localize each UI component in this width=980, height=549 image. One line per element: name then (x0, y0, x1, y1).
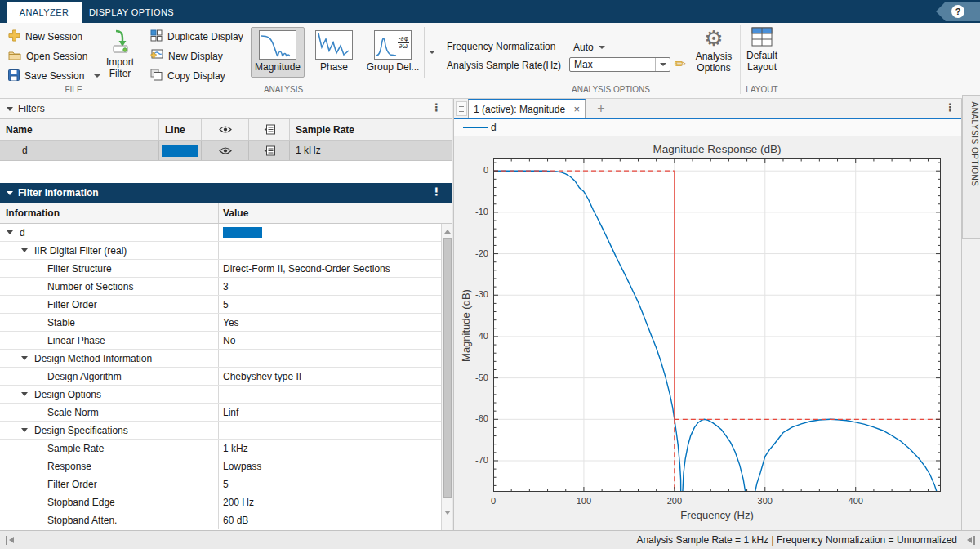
new-display-button[interactable]: New Display (150, 50, 223, 63)
open-session-button[interactable]: Open Session (8, 50, 87, 63)
table-row[interactable]: Filter Order5 (0, 475, 441, 493)
info-value: Linf (223, 407, 238, 418)
import-filter-label-1: Import (101, 56, 139, 68)
tab-grip-icon[interactable] (456, 101, 467, 116)
filter-row-d[interactable]: d 1 kHz (0, 141, 452, 161)
info-label: Response (47, 461, 91, 472)
display-menu-icon[interactable]: ⋮ (945, 104, 956, 112)
new-session-button[interactable]: New Session (8, 30, 82, 43)
copy-display-button[interactable]: Copy Display (150, 69, 225, 83)
y-tick-label: -20 (459, 248, 488, 258)
table-row[interactable]: d (0, 224, 441, 242)
filter-annotation-toggle[interactable] (249, 141, 290, 160)
table-row[interactable]: IIR Digital Filter (real) (0, 242, 441, 260)
close-icon[interactable]: × (573, 103, 580, 115)
tree-expand-icon[interactable] (21, 356, 28, 360)
table-row[interactable]: ResponseLowpass (0, 458, 441, 475)
collapse-panel-icon[interactable] (7, 191, 13, 195)
collapse-status-icon[interactable] (967, 536, 978, 545)
table-row[interactable]: Design Specifications (0, 422, 441, 440)
table-row[interactable]: Stopband Edge200 Hz (0, 493, 441, 511)
section-divider (786, 25, 786, 94)
gallery-expand-button[interactable] (424, 27, 439, 78)
filters-menu-icon[interactable]: ⋮ (431, 104, 442, 112)
new-session-icon (8, 29, 20, 44)
tree-expand-icon[interactable] (7, 230, 13, 234)
x-tick-label: 300 (749, 496, 782, 506)
info-label: Filter Order (47, 299, 97, 310)
scrollbar-thumb[interactable] (443, 238, 452, 498)
frequency-normalization-value: Auto (573, 42, 594, 53)
table-row[interactable]: Scale NormLinf (0, 404, 441, 422)
analysis-options-label-1: Analysis (690, 51, 737, 62)
table-row[interactable]: StableYes (0, 314, 441, 332)
analysis-magnitude-button[interactable]: Magnitude (251, 27, 305, 78)
filter-information-menu-icon[interactable]: ⋮ (431, 188, 442, 196)
vertical-scrollbar[interactable] (441, 224, 452, 530)
legend-label[interactable]: d (491, 122, 497, 133)
section-divider (740, 25, 741, 94)
analysis-phase-button[interactable]: Phase (308, 27, 360, 78)
annotation-icon (264, 124, 275, 135)
group-delay-formula-den: ∂ω (398, 43, 409, 50)
tab-analyzer[interactable]: ANALYZER (7, 2, 82, 23)
scroll-down-button[interactable] (443, 507, 452, 518)
tree-expand-icon[interactable] (21, 392, 28, 396)
column-header-line[interactable]: Line (159, 119, 202, 140)
column-header-sample-rate[interactable]: Sample Rate (290, 119, 452, 140)
table-row[interactable]: Linear PhaseNo (0, 332, 441, 350)
default-layout-label-2: Layout (742, 61, 782, 73)
new-display-tab-button[interactable]: + (593, 100, 609, 117)
filter-visibility-toggle[interactable] (202, 141, 249, 160)
duplicate-display-button[interactable]: Duplicate Display (150, 30, 243, 43)
y-tick-label: -40 (459, 331, 488, 341)
table-row[interactable]: Design Method Information (0, 350, 441, 368)
collapse-panel-icon[interactable] (7, 107, 13, 111)
table-row[interactable]: Filter Order5 (0, 296, 441, 314)
scroll-up-button[interactable] (443, 225, 452, 237)
tree-expand-icon[interactable] (21, 248, 28, 252)
group-delay-label: Group Del... (364, 61, 421, 73)
magnitude-label: Magnitude (252, 61, 304, 73)
analysis-options-side-tab[interactable]: ANALYSIS OPTIONS (962, 95, 980, 239)
column-header-value[interactable]: Value (219, 203, 441, 223)
analysis-group-delay-button[interactable]: -∂φ ∂ω Group Del... (363, 27, 422, 78)
import-filter-button[interactable]: Import Filter (101, 29, 139, 79)
open-folder-icon (8, 50, 21, 63)
chart-title: Magnitude Response (dB) (493, 143, 941, 155)
status-bar: Analysis Sample Rate = 1 kHz | Frequency… (0, 530, 980, 549)
save-session-dropdown-icon[interactable] (94, 74, 100, 78)
frequency-normalization-dropdown[interactable]: Auto (573, 41, 605, 54)
help-button[interactable]: ? (936, 2, 980, 21)
default-layout-button[interactable]: Default Layout (742, 26, 782, 73)
table-row[interactable]: Number of Sections3 (0, 278, 441, 296)
combo-dropdown-button[interactable] (655, 58, 670, 71)
duplicate-display-label: Duplicate Display (167, 31, 243, 42)
default-layout-label-1: Default (742, 50, 782, 61)
new-display-icon (150, 49, 163, 64)
table-row[interactable]: Stopband Atten.60 dB (0, 511, 441, 529)
table-row[interactable]: Design AlgorithmChebyshev type II (0, 368, 441, 386)
filter-information-header[interactable]: Filter Information ⋮ (0, 183, 452, 203)
column-header-name[interactable]: Name (0, 119, 159, 140)
table-row[interactable]: Filter StructureDirect-Form II, Second-O… (0, 260, 441, 278)
filters-panel-header[interactable]: Filters ⋮ (0, 99, 452, 118)
save-session-button[interactable]: Save Session (8, 69, 100, 83)
analysis-options-button[interactable]: ⚙ Analysis Options (690, 26, 737, 74)
collapse-left-panel-icon[interactable] (6, 536, 17, 545)
column-header-information[interactable]: Information (0, 203, 219, 223)
info-value: 60 dB (223, 515, 248, 526)
tree-expand-icon[interactable] (21, 428, 28, 432)
analysis-sample-rate-label: Analysis Sample Rate(Hz) (447, 60, 561, 71)
edit-pencil-icon[interactable]: ✏ (675, 56, 686, 73)
y-tick-label: -10 (459, 207, 488, 216)
display-tab-magnitude[interactable]: 1 (active): Magnitude × (468, 99, 586, 118)
table-row[interactable]: Design Options (0, 386, 441, 404)
tab-display-options[interactable]: DISPLAY OPTIONS (87, 2, 176, 23)
filter-line-swatch-cell[interactable] (159, 141, 202, 160)
plot-area[interactable] (493, 158, 941, 492)
analysis-sample-rate-combo[interactable]: Max (569, 57, 670, 72)
table-row[interactable]: Sample Rate1 kHz (0, 440, 441, 458)
column-header-visibility[interactable] (202, 119, 249, 140)
column-header-annotation[interactable] (249, 119, 290, 140)
